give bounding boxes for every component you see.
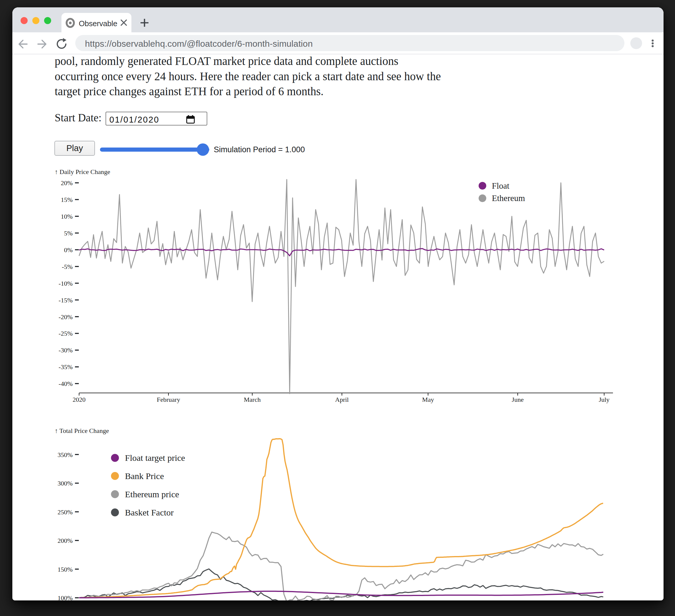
svg-text:100%: 100% <box>58 594 73 600</box>
svg-text:-15%: -15% <box>59 297 73 304</box>
svg-text:150%: 150% <box>58 566 73 573</box>
svg-text:-30%: -30% <box>59 346 73 354</box>
svg-text:Ethereum: Ethereum <box>492 194 525 203</box>
svg-text:↑ Daily Price Change: ↑ Daily Price Change <box>55 168 110 175</box>
svg-text:Ethereum price: Ethereum price <box>125 489 179 499</box>
svg-text:-20%: -20% <box>59 313 73 321</box>
svg-text:Float target price: Float target price <box>125 453 185 463</box>
svg-text:June: June <box>512 396 524 403</box>
svg-text:Float: Float <box>492 181 510 190</box>
svg-text:Bank Price: Bank Price <box>125 471 164 481</box>
svg-text:-10%: -10% <box>59 280 73 287</box>
svg-text:-35%: -35% <box>59 363 73 371</box>
svg-text:350%: 350% <box>58 451 73 458</box>
svg-text:May: May <box>422 396 434 403</box>
svg-text:250%: 250% <box>58 509 73 516</box>
svg-text:300%: 300% <box>58 480 73 487</box>
svg-text:10%: 10% <box>61 213 73 220</box>
svg-text:20%: 20% <box>61 179 73 186</box>
svg-text:March: March <box>244 396 260 403</box>
svg-text:July: July <box>599 396 610 403</box>
svg-text:February: February <box>157 396 180 403</box>
svg-text:2020: 2020 <box>73 396 86 403</box>
svg-text:Basket Factor: Basket Factor <box>125 508 174 517</box>
svg-text:0%: 0% <box>64 246 73 254</box>
svg-text:5%: 5% <box>64 230 73 237</box>
svg-text:-5%: -5% <box>62 263 73 271</box>
svg-text:200%: 200% <box>58 537 73 544</box>
svg-text:-25%: -25% <box>59 330 73 337</box>
svg-text:15%: 15% <box>61 196 73 203</box>
svg-text:↑ Total Price Change: ↑ Total Price Change <box>55 427 109 434</box>
svg-text:-40%: -40% <box>59 380 73 387</box>
svg-text:April: April <box>335 396 349 403</box>
